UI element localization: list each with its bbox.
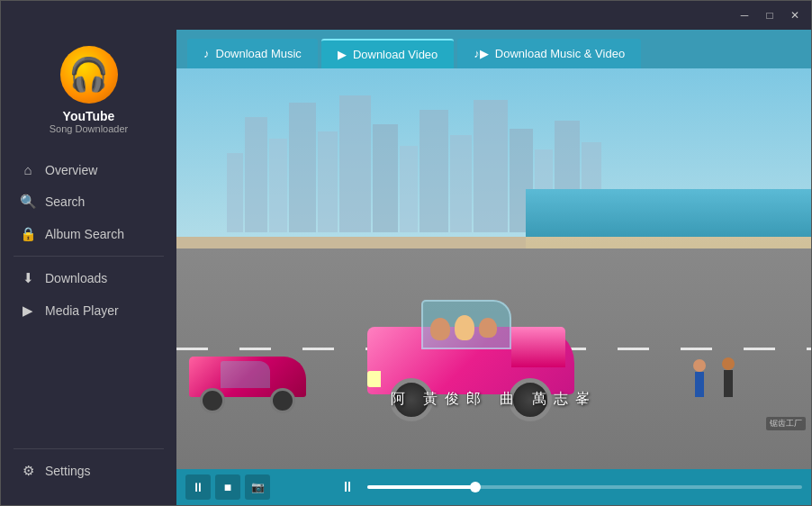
second-car xyxy=(189,341,306,413)
settings-label: Settings xyxy=(45,464,91,478)
building-10 xyxy=(450,135,472,233)
video-container: 阿 黃俊郎 曲 萬志峯 锯齿工厂 xyxy=(176,68,811,469)
video-icon: ▶ xyxy=(338,48,347,61)
title-bar: ─ □ ✕ xyxy=(1,1,811,30)
building-5 xyxy=(318,131,338,232)
watermark: 锯齿工厂 xyxy=(766,417,806,430)
progress-area: ⏸ xyxy=(335,474,802,500)
ped1-body xyxy=(695,372,704,397)
home-icon: ⌂ xyxy=(20,162,36,177)
building-1 xyxy=(227,153,243,232)
building-11 xyxy=(474,100,508,232)
tab-download-music[interactable]: ♪ Download Music xyxy=(187,39,318,68)
progress-fill xyxy=(367,485,476,489)
media-player-label: Media Player xyxy=(45,303,119,318)
bottom-divider xyxy=(14,448,164,449)
overview-label: Overview xyxy=(45,163,97,177)
tabs-bar: ♪ Download Music ▶ Download Video ♪▶ Dow… xyxy=(176,30,811,68)
sidebar-nav: ⌂ Overview 🔍 Search 🔒 Album Search ⬇ Dow… xyxy=(1,147,176,434)
pedestrians xyxy=(693,357,735,397)
main-content: 🎧 YouTube Song Downloader ⌂ Overview 🔍 S… xyxy=(1,30,811,505)
passenger-3-head xyxy=(479,318,497,338)
pedestrian-1 xyxy=(693,359,706,397)
second-car-windshield xyxy=(221,361,270,388)
video-subtitle: 阿 黃俊郎 曲 萬志峯 xyxy=(391,390,597,409)
download-music-label: Download Music xyxy=(216,47,302,60)
scene-background: 阿 黃俊郎 曲 萬志峯 xyxy=(176,68,811,469)
sidebar: 🎧 YouTube Song Downloader ⌂ Overview 🔍 S… xyxy=(1,30,176,505)
pedestrian-2 xyxy=(722,357,735,397)
right-panel: ♪ Download Music ▶ Download Video ♪▶ Dow… xyxy=(176,30,811,505)
building-7 xyxy=(373,124,398,232)
logo-emoji: 🎧 xyxy=(68,59,109,91)
sidebar-item-settings[interactable]: ⚙ Settings xyxy=(1,455,176,487)
building-3 xyxy=(269,139,287,232)
sidebar-item-search[interactable]: 🔍 Search xyxy=(1,185,176,218)
maximize-button[interactable]: □ xyxy=(757,5,782,25)
progress-bar[interactable] xyxy=(367,485,802,489)
music-video-icon: ♪▶ xyxy=(474,47,489,60)
sidebar-bottom: ⚙ Settings xyxy=(1,434,176,496)
video-controls-bar: ⏸ ■ 📷 ⏸ xyxy=(176,469,811,505)
car-headlight xyxy=(367,371,381,387)
download-icon: ⬇ xyxy=(20,270,36,286)
close-button[interactable]: ✕ xyxy=(782,5,807,25)
camera-button[interactable]: 📷 xyxy=(245,474,270,500)
passenger-2-head xyxy=(455,315,474,340)
video-frame: 阿 黃俊郎 曲 萬志峯 xyxy=(176,68,811,469)
album-search-label: Album Search xyxy=(45,227,124,241)
building-2 xyxy=(245,117,267,232)
building-9 xyxy=(420,110,448,232)
sidebar-item-downloads[interactable]: ⬇ Downloads xyxy=(1,262,176,294)
camera-icon: 📷 xyxy=(251,481,265,493)
download-video-label: Download Video xyxy=(353,48,438,61)
ped2-body xyxy=(724,370,733,397)
left-controls: ⏸ ■ 📷 xyxy=(185,474,329,500)
second-car-wheel-left xyxy=(200,388,225,413)
settings-icon: ⚙ xyxy=(20,463,36,479)
tab-download-music-video[interactable]: ♪▶ Download Music & Video xyxy=(457,39,641,68)
building-8 xyxy=(400,146,418,232)
pause-button[interactable]: ⏸ xyxy=(185,474,211,500)
downloads-label: Downloads xyxy=(45,271,107,285)
playback-pause-button[interactable]: ⏸ xyxy=(335,474,360,500)
sidebar-item-media-player[interactable]: ▶ Media Player xyxy=(1,294,176,327)
music-note-icon: ♪ xyxy=(203,47,210,60)
ped2-head xyxy=(722,357,735,370)
nav-divider xyxy=(14,256,164,257)
search-label: Search xyxy=(45,194,85,209)
building-6 xyxy=(339,95,371,232)
passenger-1-head xyxy=(430,318,450,340)
download-music-video-label: Download Music & Video xyxy=(495,47,625,60)
app-subtitle: Song Downloader xyxy=(50,123,128,134)
album-icon: 🔒 xyxy=(20,226,36,242)
car-fin xyxy=(511,327,565,367)
building-4 xyxy=(289,103,316,232)
stop-button[interactable]: ■ xyxy=(215,474,240,500)
sidebar-item-overview[interactable]: ⌂ Overview xyxy=(1,154,176,185)
second-car-wheel-right xyxy=(270,388,295,413)
play-icon: ▶ xyxy=(20,303,36,319)
ped1-head xyxy=(693,359,706,372)
ocean xyxy=(526,189,811,237)
minimize-button[interactable]: ─ xyxy=(732,5,757,25)
app-name: YouTube xyxy=(63,109,115,123)
app-window: ─ □ ✕ 🎧 YouTube Song Downloader ⌂ Overvi… xyxy=(0,0,812,506)
search-icon: 🔍 xyxy=(20,194,36,210)
progress-thumb xyxy=(470,482,481,492)
sidebar-item-album-search[interactable]: 🔒 Album Search xyxy=(1,218,176,250)
car-passengers xyxy=(430,318,497,340)
tab-download-video[interactable]: ▶ Download Video xyxy=(321,39,454,68)
logo-circle: 🎧 xyxy=(60,46,118,104)
sidebar-logo: 🎧 YouTube Song Downloader xyxy=(1,30,176,147)
